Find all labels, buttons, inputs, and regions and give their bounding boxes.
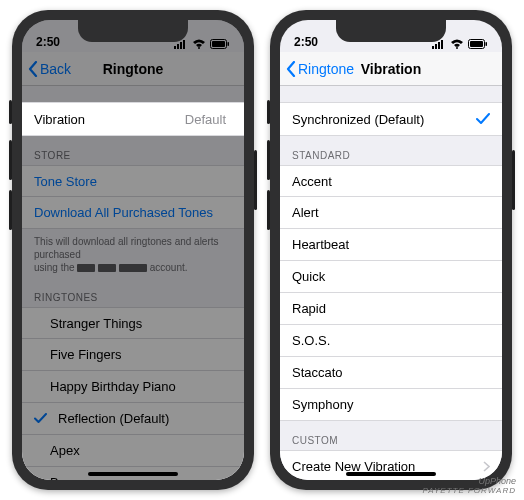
vibration-row[interactable]: Symphony xyxy=(280,389,502,421)
section-header-standard: STANDARD xyxy=(280,136,502,165)
svg-rect-15 xyxy=(486,42,488,46)
notch xyxy=(336,20,446,42)
wifi-icon xyxy=(450,39,464,49)
tone-store-row[interactable]: Tone Store xyxy=(22,165,244,197)
vibration-row[interactable]: S.O.S. xyxy=(280,325,502,357)
home-indicator[interactable] xyxy=(346,472,436,476)
status-time: 2:50 xyxy=(294,35,318,49)
chevron-left-icon xyxy=(28,61,38,77)
vibration-row[interactable]: Quick xyxy=(280,261,502,293)
svg-rect-14 xyxy=(470,41,483,47)
svg-point-12 xyxy=(456,47,458,49)
content-area: Synchronized (Default) STANDARD Accent A… xyxy=(280,86,502,480)
chevron-right-icon xyxy=(483,461,490,472)
battery-icon xyxy=(210,39,230,49)
ringtone-row[interactable]: Happy Birthday Piano xyxy=(22,371,244,403)
vibration-default-row[interactable]: Synchronized (Default) xyxy=(280,102,502,136)
watermark: UpPhone PAYETTE FORWARD xyxy=(422,477,516,496)
svg-rect-1 xyxy=(177,44,179,49)
check-icon xyxy=(476,113,490,125)
svg-rect-2 xyxy=(180,42,182,49)
back-label: Ringtone xyxy=(298,61,354,77)
svg-rect-6 xyxy=(212,41,225,47)
notch xyxy=(78,20,188,42)
battery-icon xyxy=(468,39,488,49)
ringtones-list: Stranger Things Five Fingers Happy Birth… xyxy=(22,307,244,480)
svg-rect-9 xyxy=(435,44,437,49)
status-time: 2:50 xyxy=(36,35,60,49)
vibration-row[interactable]: Alert xyxy=(280,197,502,229)
standard-list: Accent Alert Heartbeat Quick Rapid S.O.S… xyxy=(280,165,502,421)
svg-rect-10 xyxy=(438,42,440,49)
ringtone-row[interactable]: Apex xyxy=(22,435,244,467)
ringtone-row-selected[interactable]: Reflection (Default) xyxy=(22,403,244,435)
svg-point-4 xyxy=(198,47,200,49)
back-button[interactable]: Ringtone xyxy=(286,61,354,77)
svg-rect-0 xyxy=(174,46,176,49)
vibration-label: Vibration xyxy=(34,112,185,127)
back-label: Back xyxy=(40,61,71,77)
svg-rect-8 xyxy=(432,46,434,49)
section-header-custom: CUSTOM xyxy=(280,421,502,450)
ringtone-row[interactable]: Stranger Things xyxy=(22,307,244,339)
content-area: Vibration Default STORE Tone Store Downl… xyxy=(22,86,244,480)
ringtone-row[interactable]: Five Fingers xyxy=(22,339,244,371)
home-indicator[interactable] xyxy=(88,472,178,476)
vibration-row[interactable]: Staccato xyxy=(280,357,502,389)
svg-rect-11 xyxy=(441,40,443,49)
vibration-row[interactable]: Heartbeat xyxy=(280,229,502,261)
section-header-ringtones: RINGTONES xyxy=(22,278,244,307)
download-tones-row[interactable]: Download All Purchased Tones xyxy=(22,197,244,229)
vibration-default-label: Synchronized (Default) xyxy=(292,112,470,127)
section-header-store: STORE xyxy=(22,136,244,165)
nav-bar: Back Ringtone xyxy=(22,52,244,86)
wifi-icon xyxy=(192,39,206,49)
back-button[interactable]: Back xyxy=(28,61,71,77)
vibration-value: Default xyxy=(185,112,226,127)
svg-rect-3 xyxy=(183,40,185,49)
chevron-left-icon xyxy=(286,61,296,77)
phone-left: 2:50 Back Ringtone Vibration xyxy=(12,10,254,490)
store-footer: This will download all ringtones and ale… xyxy=(22,229,244,278)
vibration-row[interactable]: Accent xyxy=(280,165,502,197)
nav-bar: Ringtone Vibration xyxy=(280,52,502,86)
svg-rect-7 xyxy=(228,42,230,46)
check-icon xyxy=(34,413,50,424)
vibration-row[interactable]: Rapid xyxy=(280,293,502,325)
vibration-row[interactable]: Vibration Default xyxy=(22,102,244,136)
phone-right: 2:50 Ringtone Vibration Synchronized (De… xyxy=(270,10,512,490)
